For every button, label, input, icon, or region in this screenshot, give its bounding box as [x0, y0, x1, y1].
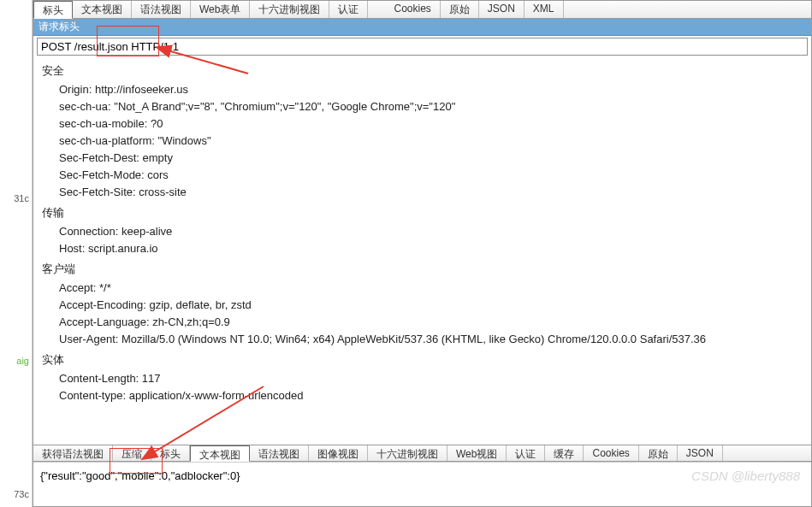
section-heading: 传输: [42, 204, 804, 221]
header-row: sec-ch-ua-platform: "Windows": [59, 133, 804, 150]
header-row: Connection: keep-alive: [59, 223, 804, 240]
left-gutter: 31c aig 73c: [0, 0, 33, 507]
tab-缓存[interactable]: 缓存: [545, 445, 584, 461]
tab-文本视图[interactable]: 文本视图: [190, 445, 250, 462]
tab-十六进制视图[interactable]: 十六进制视图: [368, 445, 447, 461]
gutter-label: 73c: [14, 489, 29, 499]
request-header-bar: 请求标头: [33, 19, 811, 36]
request-headers-content: 安全Origin: http://infoseeker.ussec-ch-ua:…: [33, 57, 811, 445]
header-row: Host: script.anura.io: [59, 240, 804, 257]
header-row: sec-ch-ua: "Not_A Brand";v="8", "Chromiu…: [59, 98, 804, 115]
header-row: sec-ch-ua-mobile: ?0: [59, 115, 804, 133]
tab-文本视图[interactable]: 文本视图: [73, 1, 132, 18]
section-heading: 安全: [42, 62, 804, 80]
tab-获得语法视图[interactable]: 获得语法视图: [33, 445, 113, 461]
tab-图像视图[interactable]: 图像视图: [309, 445, 368, 461]
tab-XML[interactable]: XML: [525, 1, 564, 18]
header-row: Accept-Encoding: gzip, deflate, br, zstd: [59, 297, 804, 314]
header-row: Accept: */*: [59, 280, 804, 297]
header-row: Sec-Fetch-Site: cross-site: [59, 184, 804, 201]
tab-认证[interactable]: 认证: [329, 1, 368, 18]
tab-标头[interactable]: 标头: [151, 445, 190, 461]
tab-语法视图[interactable]: 语法视图: [250, 445, 309, 461]
section-heading: 客户端: [42, 261, 804, 278]
header-row: User-Agent: Mozilla/5.0 (Windows NT 10.0…: [59, 331, 804, 348]
tab-JSON[interactable]: JSON: [479, 1, 525, 18]
tab-JSON[interactable]: JSON: [678, 445, 723, 461]
tab-Cookies[interactable]: Cookies: [584, 445, 638, 461]
tab-十六进制视图[interactable]: 十六进制视图: [250, 1, 329, 18]
tab-原始[interactable]: 原始: [441, 1, 479, 18]
gutter-label: 31c: [14, 193, 29, 203]
header-row: Sec-Fetch-Mode: cors: [59, 167, 804, 184]
tab-标头[interactable]: 标头: [33, 1, 73, 19]
tab-Cookies[interactable]: Cookies: [385, 1, 440, 18]
tab-原始[interactable]: 原始: [639, 445, 678, 461]
tab-压缩[interactable]: 压缩: [113, 445, 151, 461]
main-panel: 标头文本视图语法视图Web表单十六进制视图认证Cookies原始JSONXML …: [33, 0, 812, 507]
response-tabs: 获得语法视图压缩标头文本视图语法视图图像视图十六进制视图Web视图认证缓存Coo…: [33, 445, 811, 462]
header-row: Content-type: application/x-www-form-url…: [59, 387, 804, 404]
response-body: {"result":"good","mobile":0,"adblocker":…: [33, 462, 811, 507]
request-tabs: 标头文本视图语法视图Web表单十六进制视图认证Cookies原始JSONXML: [33, 1, 811, 19]
response-body-text: {"result":"good","mobile":0,"adblocker":…: [40, 469, 240, 482]
tab-认证[interactable]: 认证: [507, 445, 545, 461]
request-line: POST /result.json HTTP/1.1: [37, 38, 808, 56]
header-row: Content-Length: 117: [59, 370, 804, 387]
section-heading: 实体: [42, 351, 804, 368]
tab-语法视图[interactable]: 语法视图: [132, 1, 191, 18]
gutter-label: aig: [16, 356, 29, 366]
tab-Web表单[interactable]: Web表单: [191, 1, 250, 18]
header-row: Sec-Fetch-Dest: empty: [59, 150, 804, 167]
header-row: Origin: http://infoseeker.us: [59, 81, 804, 98]
tab-Web视图[interactable]: Web视图: [447, 445, 507, 461]
header-row: Accept-Language: zh-CN,zh;q=0.9: [59, 314, 804, 331]
